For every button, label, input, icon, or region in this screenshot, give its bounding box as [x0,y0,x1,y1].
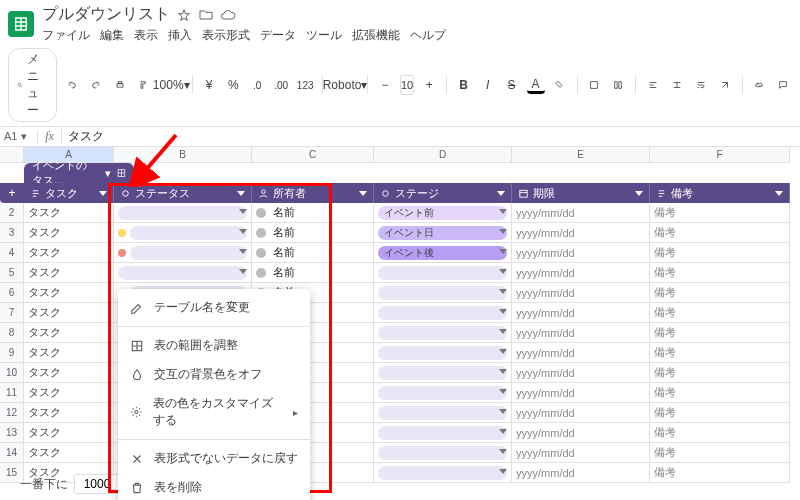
cell-owner[interactable]: 名前 [252,263,374,283]
menu-insert[interactable]: 挿入 [168,27,192,44]
row-header[interactable]: 8 [0,323,24,343]
paint-format-button[interactable] [135,74,153,96]
cell-stage[interactable]: イベント前 [374,203,512,223]
cell-task[interactable]: タスク [24,303,114,323]
menu-item-revert-data[interactable]: 表形式でないデータに戻す [118,444,310,473]
cell-task[interactable]: タスク [24,263,114,283]
cell-notes[interactable]: 備考 [650,223,790,243]
row-header[interactable]: 5 [0,263,24,283]
cell-due[interactable]: yyyy/mm/dd [512,443,650,463]
print-button[interactable] [111,74,129,96]
cell-due[interactable]: yyyy/mm/dd [512,383,650,403]
cell-owner[interactable]: 名前 [252,223,374,243]
cell-stage[interactable] [374,303,512,323]
row-header[interactable]: 14 [0,443,24,463]
select-all-corner[interactable] [0,147,24,163]
redo-button[interactable] [87,74,105,96]
cell-notes[interactable]: 備考 [650,263,790,283]
row-header[interactable]: 7 [0,303,24,323]
borders-button[interactable] [585,74,603,96]
cell-task[interactable]: タスク [24,383,114,403]
link-button[interactable] [750,74,768,96]
cloud-icon[interactable] [220,7,236,23]
menu-tools[interactable]: ツール [306,27,342,44]
row-header[interactable]: 2 [0,203,24,223]
cell-task[interactable]: タスク [24,343,114,363]
menu-help[interactable]: ヘルプ [410,27,446,44]
decimal-increase-button[interactable]: .00 [272,74,290,96]
cell-status[interactable] [114,243,252,263]
add-row-button[interactable]: + [0,183,24,203]
cell-task[interactable]: タスク [24,323,114,343]
strike-button[interactable]: S [503,74,521,96]
italic-button[interactable]: I [479,74,497,96]
cell-notes[interactable]: 備考 [650,443,790,463]
row-header[interactable]: 12 [0,403,24,423]
search-menu-button[interactable]: メニュー [8,48,57,122]
cell-notes[interactable]: 備考 [650,303,790,323]
cell-task[interactable]: タスク [24,363,114,383]
cell-notes[interactable]: 備考 [650,463,790,483]
cell-task[interactable]: タスク [24,283,114,303]
menu-item-rename-table[interactable]: テーブル名を変更 [118,293,310,322]
more-formats-button[interactable]: 123 [296,74,314,96]
cell-status[interactable] [114,223,252,243]
cell-task[interactable]: タスク [24,203,114,223]
menu-item-delete-table[interactable]: 表を削除 [118,473,310,500]
row-header[interactable]: 9 [0,343,24,363]
menu-format[interactable]: 表示形式 [202,27,250,44]
menu-data[interactable]: データ [260,27,296,44]
font-size-increase[interactable]: + [420,74,438,96]
menu-edit[interactable]: 編集 [100,27,124,44]
cell-stage[interactable] [374,323,512,343]
currency-button[interactable]: ¥ [200,74,218,96]
cell-due[interactable]: yyyy/mm/dd [512,463,650,483]
cell-notes[interactable]: 備考 [650,323,790,343]
footer-row-count-input[interactable] [74,474,120,494]
row-header[interactable]: 10 [0,363,24,383]
cell-stage[interactable] [374,363,512,383]
cell-stage[interactable] [374,263,512,283]
text-color-button[interactable]: A [527,76,545,94]
v-align-button[interactable] [668,74,686,96]
col-header-c[interactable]: C [252,147,374,163]
undo-button[interactable] [63,74,81,96]
cell-stage[interactable] [374,343,512,363]
cell-notes[interactable]: 備考 [650,203,790,223]
decimal-decrease-button[interactable]: .0 [248,74,266,96]
cell-due[interactable]: yyyy/mm/dd [512,343,650,363]
star-icon[interactable] [176,7,192,23]
cell-notes[interactable]: 備考 [650,243,790,263]
cell-status[interactable] [114,203,252,223]
cell-task[interactable]: タスク [24,423,114,443]
bold-button[interactable]: B [455,74,473,96]
formula-bar[interactable]: タスク [62,128,104,145]
cell-due[interactable]: yyyy/mm/dd [512,243,650,263]
cell-due[interactable]: yyyy/mm/dd [512,283,650,303]
font-family-select[interactable]: Roboto ▾ [331,74,360,96]
wrap-button[interactable] [692,74,710,96]
cell-due[interactable]: yyyy/mm/dd [512,263,650,283]
cell-due[interactable]: yyyy/mm/dd [512,403,650,423]
cell-task[interactable]: タスク [24,223,114,243]
cell-due[interactable]: yyyy/mm/dd [512,223,650,243]
row-header[interactable]: 4 [0,243,24,263]
col-header-e[interactable]: E [512,147,650,163]
menu-view[interactable]: 表示 [134,27,158,44]
table-name-chip[interactable]: イベントのタス… ▾ [24,163,134,183]
cell-task[interactable]: タスク [24,443,114,463]
zoom-select[interactable]: 100% ▾ [159,74,184,96]
menu-item-adjust-range[interactable]: 表の範囲を調整 [118,331,310,360]
cell-status[interactable] [114,263,252,283]
comment-button[interactable] [774,74,792,96]
cell-notes[interactable]: 備考 [650,383,790,403]
cell-notes[interactable]: 備考 [650,283,790,303]
name-box[interactable]: A1 ▾ [0,130,38,143]
rotate-button[interactable] [716,74,734,96]
move-icon[interactable] [198,7,214,23]
row-header[interactable]: 3 [0,223,24,243]
cell-due[interactable]: yyyy/mm/dd [512,423,650,443]
menu-extensions[interactable]: 拡張機能 [352,27,400,44]
cell-due[interactable]: yyyy/mm/dd [512,203,650,223]
menu-item-alt-color-off[interactable]: 交互の背景色をオフ [118,360,310,389]
